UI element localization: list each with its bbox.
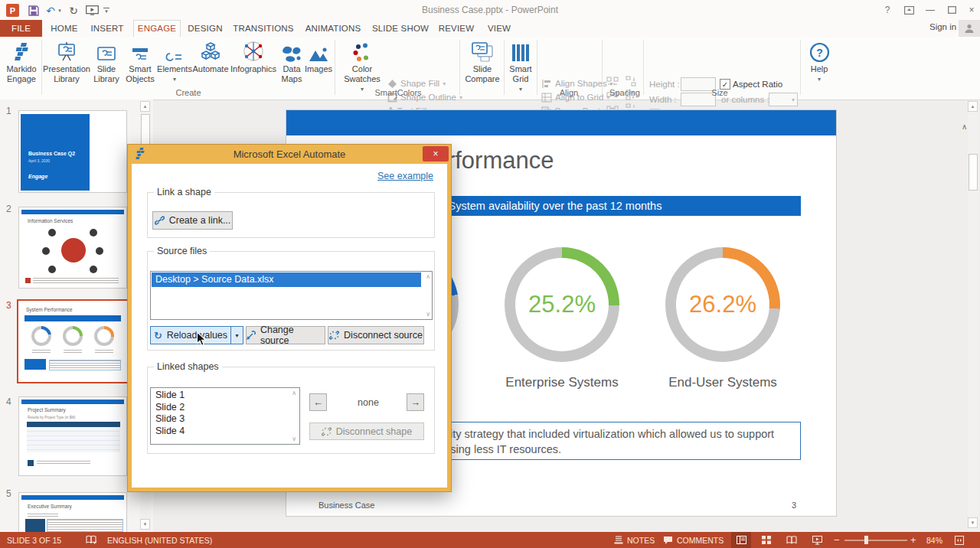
automate-button[interactable]: Automate <box>188 38 233 74</box>
linked-scroll-down-icon[interactable]: ∨ <box>292 435 296 442</box>
slide-scroll-up-icon[interactable]: ▲ <box>968 101 978 112</box>
thumbnail-scroll-up-icon[interactable]: ▲ <box>140 101 150 112</box>
zoom-out-button[interactable]: − <box>834 532 840 548</box>
slide-compare-button[interactable]: Slide Compare <box>462 38 503 84</box>
slide-thumbnail-4[interactable]: Project Summary Results by Project Type … <box>18 396 127 476</box>
close-button[interactable]: × <box>963 3 980 17</box>
tab-transitions[interactable]: TRANSITIONS <box>230 20 297 37</box>
tab-file[interactable]: FILE <box>0 20 42 37</box>
slide-thumbnail-3-selected[interactable]: System Performance <box>17 299 129 383</box>
avatar[interactable] <box>959 20 980 37</box>
see-example-link[interactable]: See example <box>377 171 433 181</box>
help-titlebar-icon[interactable]: ? <box>879 3 896 17</box>
group-divider <box>335 40 335 95</box>
markido-engage-button[interactable]: Markido Engage <box>2 38 41 84</box>
zoom-level[interactable]: 84% <box>926 532 942 548</box>
tab-review[interactable]: REVIEW <box>435 20 478 37</box>
reload-values-button[interactable]: ↻ Reload values <box>150 326 231 344</box>
linked-shape-item[interactable]: Slide 4 <box>155 426 299 438</box>
thumb1-subtitle: April 3, 2030 <box>28 158 50 163</box>
linked-shape-item[interactable]: Slide 1 <box>155 390 299 402</box>
zoom-slider-track[interactable] <box>844 540 907 541</box>
slide-thumbnail-5[interactable]: Executive Summary <box>18 492 127 532</box>
help-button[interactable]: ? Help ▾ <box>805 38 833 84</box>
slide-thumbnail-2[interactable]: Information Services <box>18 207 127 289</box>
slide-compare-icon <box>471 38 494 63</box>
collapse-ribbon-icon[interactable]: ∧ <box>962 122 967 131</box>
disconnect-shape-button[interactable]: Disconnect shape <box>309 422 424 440</box>
create-a-link-button[interactable]: Create a link... <box>152 211 233 230</box>
change-source-button[interactable]: Change source <box>246 326 325 344</box>
linked-shape-item[interactable]: Slide 2 <box>155 402 299 414</box>
tab-insert[interactable]: INSERT <box>86 20 129 37</box>
slideshow-view-button[interactable] <box>807 532 827 548</box>
slide-library-button[interactable]: Slide Library <box>90 38 123 84</box>
thumb4-title: Project Summary <box>28 407 66 413</box>
slide-scroll-down-icon[interactable]: ▼ <box>968 517 978 528</box>
source-file-selected-item[interactable]: Desktop > Source Data.xlsx <box>152 272 421 287</box>
linked-scroll-up-icon[interactable]: ∧ <box>292 390 296 396</box>
restore-button[interactable] <box>943 3 960 17</box>
markido-logo-icon <box>11 38 32 63</box>
infographics-button[interactable]: Infographics <box>228 38 279 74</box>
sign-in-link[interactable]: Sign in <box>929 22 956 31</box>
images-button[interactable]: Images <box>303 38 334 74</box>
slide-sorter-view-button[interactable] <box>756 532 776 548</box>
normal-view-button[interactable] <box>731 532 751 548</box>
customize-quick-access-icon[interactable]: ▾ <box>102 4 111 17</box>
color-swatches-button[interactable]: Color Swatches ▾ <box>340 38 384 94</box>
slide-scrollbar-thumb[interactable] <box>969 154 978 191</box>
smart-grid-dropdown-icon: ▾ <box>519 84 522 94</box>
slide-indicator[interactable]: SLIDE 3 OF 15 <box>7 532 61 548</box>
reading-view-button[interactable] <box>782 532 802 548</box>
linked-shapes-listbox[interactable]: Slide 1 Slide 2 Slide 3 Slide 4 ∧ ∨ <box>150 387 300 445</box>
zoom-slider-thumb[interactable] <box>864 536 868 544</box>
tab-engage[interactable]: ENGAGE <box>133 20 181 37</box>
notes-button[interactable]: NOTES <box>614 532 655 548</box>
fit-slide-to-window-icon[interactable] <box>949 532 969 548</box>
comments-button[interactable]: COMMENTS <box>663 532 724 548</box>
slide-library-label: Slide Library <box>88 64 125 84</box>
redo-icon[interactable]: ↻ <box>67 4 80 17</box>
smart-grid-button[interactable]: Smart Grid ▾ <box>506 38 535 94</box>
spell-check-icon[interactable] <box>86 532 97 548</box>
slide-area-scrollbar[interactable]: ▲ ▼ <box>968 100 978 530</box>
donut-chart-2[interactable]: 25.2% <box>505 247 619 362</box>
disconnect-source-button[interactable]: Disconnect source <box>328 326 424 344</box>
thumb2-icon-dot <box>90 266 97 273</box>
source-files-listbox[interactable]: Desktop > Source Data.xlsx ∧ ∨ <box>150 271 433 320</box>
minimize-button[interactable]: — <box>922 3 939 17</box>
slide-header-band <box>286 110 836 135</box>
start-from-beginning-icon[interactable] <box>84 4 100 17</box>
presentation-library-button[interactable]: Presentation Library <box>44 38 89 84</box>
zoom-in-button[interactable]: + <box>910 532 916 548</box>
tab-design[interactable]: DESIGN <box>184 20 227 37</box>
slide-thumbnail-1[interactable]: Business Case Q2 April 3, 2030 Engage <box>18 110 127 193</box>
thumbnail-scroll-down-icon[interactable]: ▼ <box>140 519 150 530</box>
thumb2-icon-dot <box>48 266 56 273</box>
tab-view[interactable]: VIEW <box>481 20 518 37</box>
undo-dropdown-icon[interactable]: ▾ <box>57 4 63 17</box>
ribbon-display-options-icon[interactable] <box>900 3 917 17</box>
titlebar: P ↶ ▾ ↻ ▾ Business Case.pptx - PowerPoin… <box>0 0 980 20</box>
language-indicator[interactable]: ENGLISH (UNITED STATES) <box>107 532 212 548</box>
tab-animations[interactable]: ANIMATIONS <box>300 20 366 37</box>
dialog-close-button[interactable]: × <box>423 146 449 161</box>
dialog-title[interactable]: Microsoft Excel Automate <box>128 145 451 164</box>
listbox-scroll-up-icon[interactable]: ∧ <box>426 273 430 280</box>
comments-icon <box>663 536 673 545</box>
smart-grid-label: Smart Grid <box>505 64 536 84</box>
next-shape-button[interactable]: → <box>407 393 424 411</box>
reload-values-dropdown-button[interactable]: ▾ <box>230 326 243 344</box>
tab-slideshow[interactable]: SLIDE SHOW <box>369 20 432 37</box>
tab-home[interactable]: HOME <box>46 20 83 37</box>
linked-shape-item[interactable]: Slide 3 <box>155 413 299 426</box>
excel-automate-dialog[interactable]: Microsoft Excel Automate × See example L… <box>127 144 452 492</box>
listbox-scroll-down-icon[interactable]: ∨ <box>426 311 430 318</box>
undo-icon[interactable]: ↶ <box>44 4 57 17</box>
smart-objects-button[interactable]: Smart Objects <box>122 38 158 84</box>
color-swatches-icon <box>352 38 372 63</box>
save-icon[interactable] <box>27 4 40 17</box>
previous-shape-button[interactable]: ← <box>309 393 327 411</box>
donut-chart-3[interactable]: 26.2% <box>665 247 780 362</box>
